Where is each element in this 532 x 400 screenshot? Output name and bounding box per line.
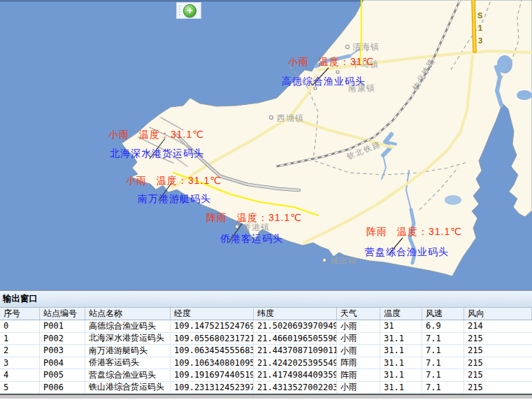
cell-temperature: 31 — [380, 320, 422, 332]
plus-icon: + — [187, 5, 192, 16]
cell-weather: 阵雨 — [337, 357, 380, 369]
cell-station-name: 铁山港综合货运码头 — [85, 382, 171, 394]
gis-application-window: 钦北铁路 钦北铁路 S 1 3 清海镇 平马镇 南康镇 西塘镇 侨港 — [0, 0, 532, 400]
pond — [517, 90, 532, 100]
table-row[interactable]: 4 P005 营盘综合渔业码头 109.191697440519 21.4174… — [0, 369, 532, 382]
toolbar-grip-handle[interactable] — [177, 3, 182, 18]
station-name-label: 侨港客运码头 — [220, 233, 283, 245]
cell-latitude: 21.4437087109011 — [254, 345, 337, 357]
table-row[interactable]: 5 P006 铁山港综合货运码头 109.231312452397 21.431… — [0, 382, 532, 394]
lake — [445, 195, 461, 205]
cell-wind-direction: 215 — [464, 382, 532, 394]
cell-station-id: P006 — [40, 382, 85, 394]
pond — [497, 55, 512, 73]
cell-latitude: 21.4242025395549 — [254, 357, 337, 369]
output-panel-title-bar: 输出窗口 — [0, 291, 532, 308]
station-name-label: 北海深水港货运码头 — [110, 148, 204, 160]
weather-label: 小雨 — [108, 129, 129, 140]
temperature-label: 温度：31℃ — [319, 56, 374, 67]
town-label: 西塘镇 — [277, 113, 304, 123]
cell-index: 2 — [0, 345, 40, 357]
panel-bottom-edge — [0, 394, 532, 399]
cell-index: 3 — [0, 357, 40, 369]
cell-station-id: P004 — [40, 357, 85, 369]
weather-label: 阵雨 — [366, 226, 387, 237]
cell-longitude: 109.106340801095 — [171, 357, 254, 369]
cell-weather: 小雨 — [337, 345, 380, 357]
col-header-station-id: 站点编号 — [40, 308, 85, 320]
add-button[interactable]: + — [183, 4, 196, 17]
temperature-label: 温度：31.1℃ — [397, 226, 462, 237]
output-panel-title: 输出窗口 — [3, 293, 38, 305]
cell-latitude: 21.4660196505596 — [254, 333, 337, 345]
cell-station-name: 高德综合渔业码头 — [85, 320, 171, 332]
cell-station-name: 北海深水港货运码头 — [85, 333, 171, 345]
table-row[interactable]: 2 P003 南万港游艇码头 109.063454555683 21.44370… — [0, 345, 532, 357]
cell-wind-direction: 215 — [464, 369, 532, 381]
cell-index: 1 — [0, 333, 40, 345]
cell-wind-direction: 215 — [464, 357, 532, 369]
cell-temperature: 31.1 — [380, 333, 422, 345]
cell-wind-speed: 6.9 — [422, 320, 464, 332]
cell-station-id: P003 — [40, 345, 85, 357]
col-header-weather: 天气 — [337, 308, 380, 320]
cell-longitude: 109.147521524769 — [171, 320, 254, 332]
map-toolbar: + — [176, 2, 201, 19]
weather-annotation: 小雨温度：31℃ — [288, 56, 374, 69]
col-header-wind-direction: 风向 — [464, 308, 532, 320]
table-header-row: 序号 站点编号 站点名称 经度 纬度 天气 温度 风速 风向 — [0, 308, 532, 320]
weather-annotation: 阵雨温度：31.1℃ — [366, 226, 462, 238]
weather-annotation: 小雨温度：31.1℃ — [108, 129, 204, 141]
cell-wind-speed: 7.1 — [422, 382, 464, 394]
cell-weather: 小雨 — [337, 320, 380, 332]
weather-annotation: 小雨温度：31.1℃ — [126, 175, 222, 187]
cell-index: 0 — [0, 320, 40, 332]
cell-index: 4 — [0, 369, 40, 381]
cell-wind-direction: 215 — [464, 333, 532, 345]
cell-wind-direction: 215 — [464, 345, 532, 357]
temperature-label: 温度：31.1℃ — [157, 175, 222, 186]
cell-wind-speed: 7.1 — [422, 333, 464, 345]
temperature-label: 温度：31.1℃ — [237, 212, 302, 223]
weather-annotation: 阵雨温度：31.1℃ — [206, 212, 302, 224]
map-viewport[interactable]: 钦北铁路 钦北铁路 S 1 3 清海镇 平马镇 南康镇 西塘镇 侨港 — [0, 0, 532, 291]
cell-station-name: 南万港游艇码头 — [85, 345, 171, 357]
cell-longitude: 109.191697440519 — [171, 369, 254, 381]
town-label: 咸田镇 — [330, 256, 357, 266]
cell-wind-speed: 7.1 — [422, 369, 464, 381]
cell-latitude: 21.5020693970949 — [254, 320, 337, 332]
cell-longitude: 109.231312452397 — [171, 382, 254, 394]
table-row[interactable]: 1 P002 北海深水港货运码头 109.055680231721 21.466… — [0, 333, 532, 345]
weather-label: 阵雨 — [206, 212, 227, 223]
station-name-label: 高德综合渔业码头 — [282, 76, 366, 88]
cell-index: 5 — [0, 382, 40, 394]
cell-wind-speed: 7.1 — [422, 357, 464, 369]
station-name-label: 南万港游艇码头 — [138, 193, 211, 206]
cell-longitude: 109.063454555683 — [171, 345, 254, 357]
cell-station-name: 营盘综合渔业码头 — [85, 369, 171, 381]
cell-latitude: 21.4313527002203 — [254, 382, 337, 394]
cell-station-id: P002 — [40, 333, 85, 345]
cell-temperature: 31.1 — [380, 345, 422, 357]
cell-station-id: P005 — [40, 369, 85, 381]
station-name-label: 营盘综合渔业码头 — [365, 246, 449, 259]
col-header-latitude: 纬度 — [254, 308, 337, 320]
cell-longitude: 109.055680231721 — [171, 333, 254, 345]
cell-temperature: 31.1 — [380, 357, 422, 369]
weather-label: 小雨 — [288, 56, 309, 67]
output-panel: 输出窗口 序号 站点编号 站点名称 经度 纬度 天气 温度 风速 风向 0 P0… — [0, 291, 532, 399]
svg-text:S: S — [477, 11, 482, 20]
cell-weather: 小雨 — [337, 333, 380, 345]
cell-weather: 阵雨 — [337, 369, 380, 381]
cell-wind-speed: 7.1 — [422, 345, 464, 357]
road-shield-s13: S 1 3 — [477, 11, 482, 45]
map-canvas[interactable]: 钦北铁路 钦北铁路 S 1 3 清海镇 平马镇 南康镇 西塘镇 侨港 — [0, 0, 532, 291]
stations-table: 序号 站点编号 站点名称 经度 纬度 天气 温度 风速 风向 0 P001 高德… — [0, 308, 532, 399]
col-header-longitude: 经度 — [171, 308, 254, 320]
col-header-wind-speed: 风速 — [422, 308, 464, 320]
table-row[interactable]: 3 P004 侨港客运码头 109.106340801095 21.424202… — [0, 357, 532, 370]
col-header-station-name: 站点名称 — [85, 308, 171, 320]
cell-weather: 小雨 — [337, 382, 380, 394]
cell-station-name: 侨港客运码头 — [85, 357, 171, 369]
table-row[interactable]: 0 P001 高德综合渔业码头 109.147521524769 21.5020… — [0, 320, 532, 333]
